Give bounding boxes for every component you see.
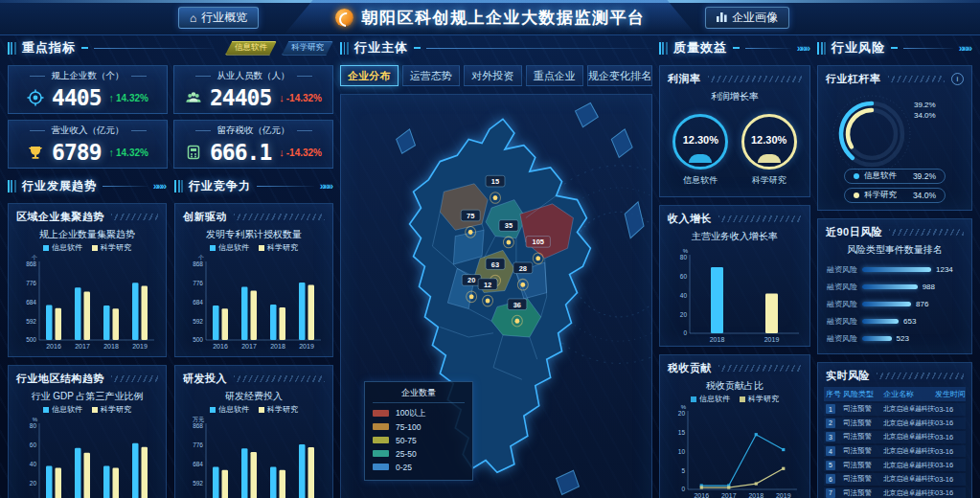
risk-rank-bar — [862, 319, 899, 324]
tax-icon — [185, 144, 202, 161]
legend-entry: 科学研究 — [92, 404, 131, 415]
industry-filter-group: 信息软件科学研究 — [225, 41, 333, 56]
stat-card: 规上企业数（个）4405↑14.32% — [8, 65, 168, 114]
table-header-cell: 序号 — [826, 389, 843, 399]
legend-swatch — [43, 245, 49, 251]
panel-title: 实时风险 — [826, 369, 870, 383]
tab-outbound-investment[interactable]: 对外投资 — [464, 65, 522, 86]
legend-entry: 信息软件 — [210, 242, 249, 253]
row-number-badge: 7 — [826, 488, 835, 498]
row-number-badge: 3 — [826, 432, 835, 441]
panel-title: 近90日风险 — [826, 225, 882, 239]
table-row[interactable]: 1司法预警北京启迪卓越科技有限公司03-16 — [824, 403, 966, 416]
dash-decoration — [891, 47, 898, 49]
svg-text:868: 868 — [193, 260, 203, 267]
hatch-decoration — [877, 373, 964, 379]
gauge-ring: 12.30% — [741, 114, 797, 170]
panel-innovation: 创新驱动 发明专利累计授权数量 信息软件科学研究 500592684776868… — [174, 203, 333, 357]
tab-enterprise-distribution[interactable]: 企业分布 — [340, 65, 399, 86]
title-banner: 朝阳区科创规上企业大数据监测平台 — [285, 0, 696, 34]
filter-button-2[interactable]: 科学研究 — [282, 41, 333, 56]
table-header-cell: 发生时间 — [935, 389, 964, 399]
chart-title: 利润增长率 — [660, 88, 809, 104]
table-row[interactable]: 6司法预警北京启迪卓越科技有限公司03-16 — [824, 473, 966, 486]
district-map-panel[interactable]: 1575351056328201236 企业数量 100以上75-10050-7… — [340, 94, 652, 498]
nav-industry-overview-button[interactable]: ⌂ 行业概览 — [178, 7, 259, 29]
section-title: 质量效益 — [673, 39, 727, 57]
table-row[interactable]: 3司法预警北京启迪卓越科技有限公司03-16 — [824, 431, 966, 443]
chart-title: 主营业务收入增长率 — [660, 228, 809, 244]
svg-text:592: 592 — [193, 480, 203, 487]
risk-type-cell: 司法预警 — [843, 404, 883, 414]
dev-trend-subcolumn: 行业发展趋势 区域企业集聚趋势 规上企业数量集聚趋势 信息软件科学研究 5005… — [8, 176, 167, 498]
expand-chevrons-icon[interactable] — [320, 180, 333, 192]
row-number-badge: 5 — [826, 461, 835, 470]
bar-chart-icon — [717, 12, 727, 24]
expand-chevrons-icon[interactable] — [153, 180, 167, 192]
svg-text:2016: 2016 — [46, 343, 61, 350]
chart-title: 发明专利累计授权数量 — [175, 226, 332, 242]
gdp-share-chart: 行业 GDP 占第三产业比例 信息软件科学研究 020406080%201620… — [9, 388, 166, 498]
section-competitiveness: 行业竞争力 — [174, 176, 333, 195]
legend-swatch — [691, 396, 696, 402]
chart-plot: 500592684776868万元2016201720182019 — [175, 415, 332, 498]
risk-type-ranking: 融资风险1234融资风险988融资风险876融资风险653融资风险523 — [818, 258, 971, 353]
hatch-decoration — [718, 215, 802, 222]
expand-chevrons-icon[interactable] — [797, 42, 810, 54]
section-quality: 质量效益 — [659, 38, 810, 57]
map-legend-item: 75-100 — [373, 420, 465, 434]
stat-row: 4405↑14.32% — [9, 82, 167, 113]
risk-rank-label: 融资风险 — [826, 282, 857, 292]
table-row[interactable]: 7司法预警北京启迪卓越科技有限公司03-16 — [824, 487, 966, 498]
svg-text:500: 500 — [26, 336, 36, 343]
section-main-body: 行业主体 — [340, 38, 652, 57]
stat-label: 规上企业数（个） — [9, 66, 167, 82]
arrow-up-icon: ↑ — [108, 147, 114, 158]
panel-cluster-trend: 区域企业集聚趋势 规上企业数量集聚趋势 信息软件科学研究 50059268477… — [8, 203, 167, 357]
map-legend-item: 50-75 — [373, 434, 465, 447]
svg-text:60: 60 — [680, 273, 688, 280]
line-decoration — [103, 186, 148, 187]
legend-value: 34.0% — [913, 191, 936, 200]
risk-type-cell: 司法预警 — [843, 432, 883, 441]
legend-label: 25-50 — [396, 449, 417, 459]
tab-operation-status[interactable]: 运营态势 — [402, 65, 461, 86]
section-bars-icon — [8, 180, 16, 192]
trophy-icon — [27, 144, 44, 161]
stat-trend: ↑14.32% — [108, 92, 148, 103]
svg-text:40: 40 — [680, 292, 688, 299]
tab-key-enterprises[interactable]: 重点企业 — [526, 65, 584, 86]
legend-label: 科学研究 — [101, 404, 131, 415]
table-row[interactable]: 5司法预警北京启迪卓越科技有限公司03-16 — [824, 459, 966, 471]
filter-button-1[interactable]: 信息软件 — [225, 41, 277, 56]
stat-card: 从业人员数（人）24405↓-14.32% — [173, 65, 333, 114]
svg-text:12: 12 — [484, 280, 491, 288]
svg-text:500: 500 — [193, 336, 203, 343]
gauge-ring: 12.30% — [672, 114, 728, 170]
svg-text:592: 592 — [26, 318, 36, 325]
chart-title: 规上企业数量集聚趋势 — [9, 226, 166, 242]
table-row[interactable]: 2司法预警北京启迪卓越科技有限公司03-16 — [824, 418, 966, 430]
nav-enterprise-portrait-button[interactable]: 企业画像 — [705, 7, 789, 29]
table-row[interactable]: 4司法预警北京启迪卓越科技有限公司03-16 — [824, 445, 966, 458]
tab-change-ranking[interactable]: 规企变化排名 — [587, 65, 652, 86]
dash-decoration — [414, 47, 421, 49]
section-title: 行业风险 — [832, 39, 885, 57]
expand-chevrons-icon[interactable] — [959, 42, 972, 54]
chart-plot: 05101520%2016201720182019 — [660, 404, 809, 498]
hatch-decoration — [718, 365, 802, 372]
risk-rank-bar — [862, 267, 931, 272]
company-cell: 北京启迪卓越科技有限公司 — [883, 432, 935, 441]
risk-rank-value: 523 — [897, 334, 909, 343]
time-cell: 03-16 — [935, 461, 964, 469]
legend-swatch — [92, 407, 98, 413]
arrow-down-icon: ↓ — [279, 92, 285, 103]
gauge-mound-decoration — [689, 154, 712, 163]
info-icon[interactable]: i — [951, 73, 964, 85]
patent-chart: 发明专利累计授权数量 信息软件科学研究 500592684776868个2016… — [175, 226, 332, 356]
svg-text:%: % — [681, 404, 687, 410]
panel-risk-90d: 近90日风险 风险类型事件数量排名 融资风险1234融资风险988融资风险876… — [817, 218, 972, 354]
svg-text:80: 80 — [30, 423, 37, 430]
risk-rank-label: 融资风险 — [826, 316, 857, 327]
panel-rd-investment: 研发投入 研发经费投入 信息软件科学研究 500592684776868万元20… — [174, 365, 333, 498]
